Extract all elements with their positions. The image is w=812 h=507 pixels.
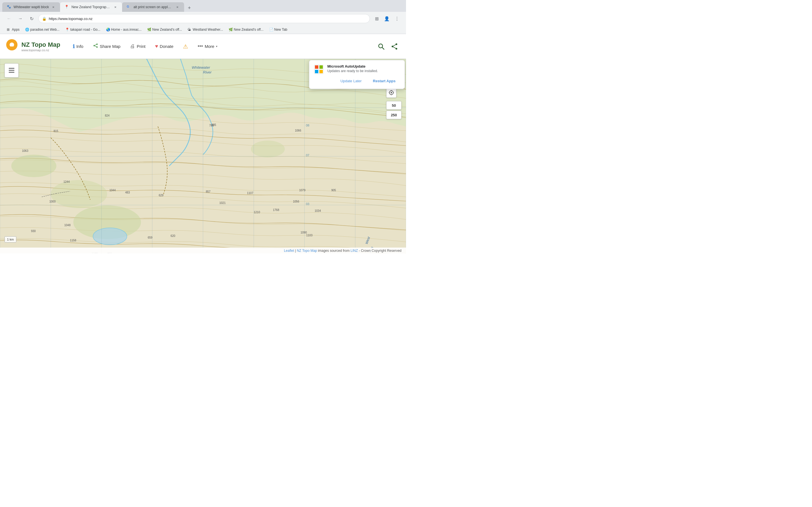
scale-buttons: 50 250 — [386, 101, 402, 119]
paradise-icon: 🌐 — [25, 27, 29, 32]
tab-1-favicon: 🐾 — [7, 5, 11, 9]
svg-rect-83 — [9, 68, 14, 69]
locate-icon — [389, 90, 394, 96]
bookmark-nz2[interactable]: 🌿 New Zealand's off... — [226, 27, 266, 32]
donate-icon: ♥ — [155, 43, 158, 49]
bookmark-takapari[interactable]: 📍 takapari road - Go... — [63, 27, 103, 32]
svg-line-7 — [94, 46, 97, 47]
profile-icon[interactable]: 👤 — [382, 14, 391, 23]
bookmark-newtab[interactable]: 📄 New Tab — [267, 27, 290, 32]
bookmark-nz2-label: New Zealand's off... — [234, 27, 263, 32]
svg-text:824: 824 — [105, 114, 110, 117]
svg-text:Whitewater: Whitewater — [192, 65, 210, 69]
svg-line-9 — [382, 47, 384, 49]
tab-2-close[interactable]: ✕ — [113, 5, 117, 9]
svg-line-14 — [393, 47, 396, 49]
nz2-icon: 🌿 — [229, 27, 233, 32]
svg-point-1 — [10, 43, 14, 47]
forward-button[interactable]: → — [16, 14, 25, 23]
logo-text: NZ Topo Map www.topomap.co.nz — [21, 41, 60, 52]
nav-more[interactable]: ••• More ▾ — [194, 41, 221, 52]
bookmark-apps[interactable]: ⊞ Apps — [4, 27, 22, 32]
notification-subtitle: Updates are ready to be installed. — [327, 69, 400, 73]
bookmark-nz1[interactable]: 🌿 New Zealand's off... — [145, 27, 184, 32]
nav-items: ℹ Info Share Map 🖨 Print ♥ Donate ⚠ ••• … — [69, 41, 375, 52]
svg-point-19 — [251, 140, 285, 158]
update-later-button[interactable]: Update Later — [336, 77, 366, 85]
nav-donate[interactable]: ♥ Donate — [151, 41, 177, 52]
svg-text:03: 03 — [306, 202, 309, 206]
svg-text:857: 857 — [206, 190, 211, 193]
browser-chrome: 🐾 Whitewater wapiti block ✕ 📍 New Zealan… — [0, 0, 406, 34]
svg-text:620: 620 — [170, 234, 175, 237]
svg-text:930: 930 — [31, 230, 36, 233]
nav-share-label: Share Map — [100, 44, 120, 49]
nav-info-label: Info — [77, 44, 84, 49]
notification-title: Microsoft AutoUpdate — [327, 64, 400, 68]
svg-line-13 — [393, 44, 396, 47]
svg-rect-95 — [315, 70, 318, 73]
bookmark-westland[interactable]: 🌤 Westland Weather... — [185, 27, 225, 32]
microsoft-autoupdate-icon — [314, 64, 324, 74]
footer-end: - Crown Copyright Reserved — [359, 249, 402, 252]
layers-button[interactable] — [4, 63, 18, 77]
svg-rect-93 — [315, 65, 318, 69]
nav-info[interactable]: ℹ Info — [69, 41, 87, 52]
nav-share-map[interactable]: Share Map — [89, 41, 124, 52]
nav-warning[interactable]: ⚠ — [179, 41, 192, 52]
leaflet-link[interactable]: Leaflet — [284, 249, 294, 252]
tab-3-close[interactable]: ✕ — [175, 5, 180, 9]
back-button[interactable]: ← — [4, 14, 13, 23]
nav-print[interactable]: 🖨 Print — [126, 41, 149, 52]
scale-50-button[interactable]: 50 — [386, 101, 402, 110]
tab-2[interactable]: 📍 New Zealand Topographic Mar... ✕ — [60, 2, 122, 12]
tab-2-favicon: 📍 — [64, 5, 69, 9]
reload-button[interactable]: ↻ — [27, 14, 36, 23]
nav-print-label: Print — [137, 44, 146, 49]
svg-text:River: River — [203, 70, 212, 74]
locate-button[interactable] — [386, 88, 396, 98]
more-dots-icon: ••• — [198, 43, 203, 49]
more-chevron-icon: ▾ — [216, 45, 217, 48]
svg-text:1210: 1210 — [254, 211, 260, 214]
restart-apps-button[interactable]: Restart Apps — [368, 77, 400, 85]
bookmark-newtab-label: New Tab — [274, 27, 287, 32]
nz-topo-link[interactable]: NZ Topo Map — [297, 249, 317, 252]
warning-icon: ⚠ — [183, 43, 188, 50]
nav-more-label: More — [205, 44, 214, 49]
map-container[interactable]: Whitewater River 1063 815 824 1244 1044 … — [0, 59, 406, 253]
svg-text:1158: 1158 — [70, 239, 77, 242]
bookmark-takapari-label: takapari road - Go... — [70, 27, 100, 32]
new-tab-button[interactable]: + — [185, 4, 193, 12]
scale-250-button[interactable]: 250 — [386, 111, 402, 119]
logo-section[interactable]: NZ Topo Map www.topomap.co.nz — [6, 39, 60, 54]
tab-3[interactable]: G alt print screen on apple ke... ✕ — [122, 2, 184, 12]
logo-pin-icon — [6, 39, 18, 54]
bookmark-paradise[interactable]: 🌐 paradise.net Web... — [23, 27, 62, 32]
search-button[interactable] — [375, 41, 387, 52]
info-icon: ℹ — [73, 43, 75, 50]
svg-point-18 — [51, 180, 107, 208]
extensions-icon[interactable]: ⊞ — [372, 14, 381, 23]
address-bar[interactable]: 🔒 https://www.topomap.co.nz — [38, 14, 370, 23]
lock-icon: 🔒 — [42, 17, 47, 21]
svg-line-6 — [94, 44, 97, 46]
tab-1-close[interactable]: ✕ — [51, 5, 56, 9]
logo-main-text: NZ Topo Map — [21, 41, 60, 48]
more-options-icon[interactable]: ⋮ — [393, 14, 402, 23]
share-button[interactable] — [389, 41, 400, 52]
linz-link[interactable]: LINZ — [350, 249, 358, 252]
notification-actions: Update Later Restart Apps — [314, 77, 400, 85]
tab-1[interactable]: 🐾 Whitewater wapiti block ✕ — [2, 2, 60, 12]
svg-text:1021: 1021 — [219, 202, 226, 205]
bookmark-paradise-label: paradise.net Web... — [30, 27, 59, 32]
bookmark-home[interactable]: 🌏 Home - aus.inreac... — [104, 27, 144, 32]
layers-icon — [8, 66, 15, 74]
svg-text:1048: 1048 — [64, 224, 71, 227]
svg-rect-96 — [319, 70, 323, 73]
tab-3-favicon: G — [126, 5, 131, 9]
svg-text:780: 780 — [209, 124, 214, 127]
svg-text:905: 905 — [331, 189, 336, 192]
scale-bar: 1 km — [4, 236, 16, 242]
svg-text:629: 629 — [159, 194, 163, 197]
